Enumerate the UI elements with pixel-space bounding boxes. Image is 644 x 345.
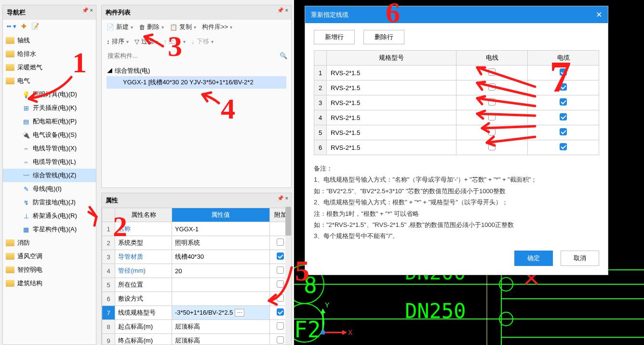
checkbox[interactable] [277, 336, 284, 344]
ellipsis-button[interactable]: ⋯ [235, 309, 244, 317]
checkbox[interactable] [277, 280, 284, 288]
property-row[interactable]: 1名称YGGX-1 [102, 222, 291, 236]
search-input[interactable] [106, 50, 280, 61]
cable-col-spec[interactable]: 规格型号 [327, 51, 456, 66]
property-row[interactable]: 9终点标高(m)层顶标高 [102, 334, 291, 345]
pin-icon[interactable]: 📌 × [277, 195, 288, 201]
checkbox[interactable] [560, 83, 567, 91]
property-row[interactable]: 2系统类型照明系统 [102, 236, 291, 250]
toolbar-button[interactable]: 📋复制 ▾ [170, 23, 196, 31]
checkbox[interactable] [277, 252, 284, 260]
checkbox[interactable] [277, 308, 284, 316]
nav-tool-add[interactable]: ✚ [21, 23, 27, 30]
nav-group-消防[interactable]: 消防 [3, 236, 96, 250]
property-row[interactable]: 8起点标高(m)层顶标高 [102, 320, 291, 334]
checkbox[interactable] [277, 239, 284, 246]
nav-item[interactable]: ▦零星构件(电)(A) [3, 223, 96, 236]
prop-value[interactable]: 层顶标高 [172, 320, 269, 334]
nav-group-智控弱电[interactable]: 智控弱电 [3, 263, 96, 277]
checkbox[interactable] [488, 83, 496, 91]
checkbox[interactable] [560, 68, 567, 76]
cable-cable-check[interactable] [528, 125, 599, 140]
cable-wire-check[interactable] [456, 110, 528, 125]
cable-wire-check[interactable] [456, 125, 528, 140]
nav-group-通风空调[interactable]: 通风空调 [3, 250, 96, 263]
prop-col-name[interactable]: 属性名称 [115, 208, 172, 222]
nav-item[interactable]: ⎓电线导管(电)(X) [3, 142, 96, 155]
cable-cable-check[interactable] [528, 95, 599, 110]
cable-row[interactable]: 3RVS-2*1.5 [314, 95, 599, 110]
cable-cable-check[interactable] [528, 110, 599, 125]
prop-value[interactable]: 线槽40*30 [172, 250, 269, 264]
prop-value[interactable]: YGGX-1 [172, 222, 269, 236]
comp-tree-group[interactable]: ◢ 综合管线(电) [107, 66, 286, 76]
dialog-titlebar[interactable]: 重新指定线缆 ✕ [305, 6, 608, 23]
pin-icon[interactable]: 📌 × [277, 7, 288, 13]
prop-col-value[interactable]: 属性值 [172, 208, 269, 222]
checkbox[interactable] [560, 143, 567, 150]
property-row[interactable]: 3导管材质线槽40*30 [102, 250, 291, 264]
nav-group-轴线[interactable]: 轴线 [3, 34, 96, 47]
checkbox[interactable] [560, 113, 567, 120]
toolbar-button[interactable]: 构件库>> ▾ [202, 23, 232, 31]
nav-item[interactable]: ↯防雷接地(电)(J) [3, 196, 96, 209]
nav-item[interactable]: ⊥桥架通头(电)(R) [3, 209, 96, 223]
nav-item[interactable]: 💡照明灯具(电)(D) [3, 88, 96, 101]
prop-value[interactable]: 照明系统 [172, 236, 269, 250]
property-row[interactable]: 5所在位置 [102, 278, 291, 292]
cable-cable-check[interactable] [528, 80, 599, 95]
comp-tree-item[interactable]: YGGX-1 [线槽40*30 20 YJV-3*50+1*16/BV-2*2 [107, 76, 286, 89]
cable-wire-check[interactable] [456, 140, 528, 155]
nav-group-建筑结构[interactable]: 建筑结构 [3, 277, 96, 290]
checkbox[interactable] [277, 294, 284, 302]
prop-value[interactable] [172, 278, 269, 292]
checkbox[interactable] [277, 322, 284, 330]
checkbox[interactable] [488, 98, 496, 106]
property-row[interactable]: 4管径(mm)20 [102, 264, 291, 278]
cancel-button[interactable]: 取消 [561, 251, 599, 266]
cable-cable-check[interactable] [528, 66, 599, 80]
toolbar-button[interactable]: ▽过滤 ▾ [134, 37, 158, 46]
toolbar-button[interactable]: ↕排序 ▾ [107, 37, 129, 46]
nav-item[interactable]: ▤配电箱柜(电)(P) [3, 115, 96, 128]
nav-group-给排水[interactable]: 给排水 [3, 47, 96, 61]
close-icon[interactable]: ✕ [596, 10, 602, 19]
checkbox[interactable] [488, 128, 496, 135]
nav-group-采暖燃气[interactable]: 采暖燃气 [3, 61, 96, 74]
checkbox[interactable] [560, 128, 567, 135]
cable-spec[interactable]: RVS-2*1.5 [327, 125, 456, 140]
nav-tool-collapse[interactable]: ▪▪ ▾ [7, 23, 16, 30]
checkbox[interactable] [488, 143, 496, 150]
toolbar-button[interactable]: 🗑删除 ▾ [139, 23, 164, 31]
checkbox[interactable] [277, 266, 284, 274]
prop-value[interactable]: 层顶标高 [172, 334, 269, 345]
cable-spec[interactable]: RVS-2*1.5 [327, 95, 456, 110]
delete-row-button[interactable]: 删除行 [363, 30, 404, 44]
cable-col-cable[interactable]: 电缆 [528, 51, 599, 66]
cable-row[interactable]: 2RVS-2*1.5 [314, 80, 599, 95]
nav-item[interactable]: ⎓电缆导管(电)(L) [3, 155, 96, 169]
property-row[interactable]: 6敷设方式 [102, 292, 291, 306]
cable-cable-check[interactable] [528, 140, 599, 155]
cable-row[interactable]: 5RVS-2*1.5 [314, 125, 599, 140]
ok-button[interactable]: 确定 [514, 251, 553, 266]
cable-col-wire[interactable]: 电线 [456, 51, 528, 66]
prop-scrollbar[interactable] [285, 207, 291, 345]
nav-item[interactable]: ✎母线(电)(I) [3, 182, 96, 196]
cable-spec[interactable]: RVS-2*1.5 [327, 80, 456, 95]
cable-spec[interactable]: RVS-2*1.5 [327, 110, 456, 125]
cable-row[interactable]: 4RVS-2*1.5 [314, 110, 599, 125]
nav-item[interactable]: ⊞开关插座(电)(K) [3, 101, 96, 115]
property-row[interactable]: 7线缆规格型号-3*50+1*16/BV-2*2.5⋯ [102, 306, 291, 320]
prop-value[interactable]: -3*50+1*16/BV-2*2.5⋯ [172, 306, 269, 320]
pin-icon[interactable]: 📌 × [82, 7, 93, 13]
cable-row[interactable]: 6RVS-2*1.5 [314, 140, 599, 155]
checkbox[interactable] [488, 68, 496, 76]
cable-spec[interactable]: RVS-2*1.5 [327, 66, 456, 80]
cable-row[interactable]: 1RVS-2*1.5 [314, 66, 599, 80]
cable-wire-check[interactable] [456, 95, 528, 110]
cable-wire-check[interactable] [456, 80, 528, 95]
cable-spec[interactable]: RVS-2*1.5 [327, 140, 456, 155]
checkbox[interactable] [488, 113, 496, 120]
toolbar-button[interactable]: 📄新建 ▾ [107, 23, 133, 31]
